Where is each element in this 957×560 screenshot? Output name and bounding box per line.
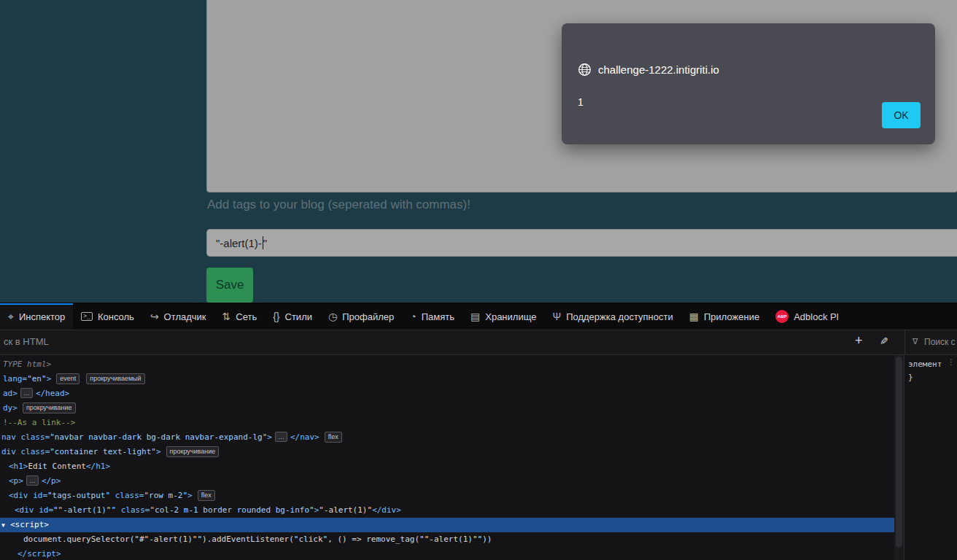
attr-token: class xyxy=(121,505,145,515)
text-token: Edit Content xyxy=(28,462,86,471)
markup-row[interactable]: ▼<script> xyxy=(0,518,894,532)
ellipsis-badge[interactable]: … xyxy=(275,432,287,442)
val-token: "tags-output" xyxy=(47,491,110,500)
scrollable-badge[interactable]: прокручиваемый xyxy=(86,373,144,384)
tab-label: Сеть xyxy=(236,311,257,322)
toolbar-divider xyxy=(904,330,905,354)
tab-network[interactable]: ⇅Сеть xyxy=(214,303,266,330)
markup-row[interactable]: <h1>Edit Content</h1> xyxy=(0,459,894,474)
save-button[interactable]: Save xyxy=(206,268,253,303)
tab-label: Стили xyxy=(285,311,312,322)
memory-icon: ◔ xyxy=(410,311,416,322)
tags-input[interactable]: "-alert(1)-" xyxy=(206,229,957,257)
markup-row[interactable]: TYPE html> xyxy=(0,357,894,372)
tab-console[interactable]: >_Консоль xyxy=(73,303,142,330)
tag-token: > xyxy=(156,447,161,456)
scrollbar-thumb[interactable] xyxy=(896,357,902,548)
storage-icon: ▤ xyxy=(470,311,480,322)
tab-label: Отладчик xyxy=(164,311,206,322)
tab-label: Профайлер xyxy=(342,311,394,322)
expand-arrow-icon[interactable]: ▼ xyxy=(1,518,10,533)
dialog-message: 1 xyxy=(578,96,584,108)
tag-token: </script> xyxy=(18,549,61,559)
text-token: "-alert(1)" xyxy=(319,505,372,515)
tag-token: nav xyxy=(1,432,21,442)
tab-adblock[interactable]: ABPAdblock Pl xyxy=(767,303,846,330)
rules-panel: элемент ⋮ } xyxy=(904,355,957,560)
ellipsis-badge[interactable]: … xyxy=(26,475,39,486)
ok-button[interactable]: OK xyxy=(882,102,921,128)
tab-application[interactable]: ▦Приложение xyxy=(681,303,767,330)
tab-accessibility[interactable]: ΨПоддержка доступности xyxy=(544,303,681,330)
markup-row[interactable]: </script> xyxy=(0,547,894,560)
event-badge[interactable]: event xyxy=(56,373,80,384)
tab-label: Память xyxy=(422,311,454,322)
tab-styles[interactable]: {}Стили xyxy=(265,303,320,330)
tab-label: Приложение xyxy=(704,311,759,322)
flex-badge[interactable]: flex xyxy=(325,432,342,443)
filter-icon: ∇ xyxy=(913,337,918,346)
tab-storage[interactable]: ▤Хранилище xyxy=(462,303,544,330)
ellipsis-badge[interactable]: … xyxy=(20,388,33,398)
add-node-icon[interactable]: + xyxy=(855,333,863,349)
tag-token: > xyxy=(187,491,193,500)
eyedropper-icon[interactable]: ✎ xyxy=(880,335,888,347)
tag-token: <script> xyxy=(10,520,49,529)
profiler-icon: ◷ xyxy=(328,311,337,322)
scroll-badge[interactable]: прокручивание xyxy=(166,446,220,457)
tag-token: </div> xyxy=(372,505,401,515)
markup-row[interactable]: div class="container text-light">прокруч… xyxy=(0,445,894,459)
network-icon: ⇅ xyxy=(222,311,231,322)
attr-token: lang xyxy=(3,374,23,384)
tags-label: Add tags to your blog (seperated with co… xyxy=(207,198,470,212)
inspector-icon: ⌖ xyxy=(8,311,14,323)
p-token: = xyxy=(42,491,47,500)
markup-row[interactable]: <div id="tags-output" class="row m-2">fl… xyxy=(0,489,894,503)
markup-row[interactable]: !--As a link--> xyxy=(0,416,894,430)
comment-token: !--As a link--> xyxy=(3,418,75,427)
tags-input-value-tail: " xyxy=(263,237,267,249)
debugger-icon: ↪ xyxy=(150,311,159,322)
markup-row[interactable]: <div id=""-alert(1)"" class="col-2 m-1 b… xyxy=(0,503,894,518)
tag-token: </nav> xyxy=(290,432,319,442)
application-icon: ▦ xyxy=(689,311,699,322)
markup-row[interactable]: document.querySelector("#"-alert(1)"").a… xyxy=(0,532,894,547)
accessibility-icon: Ψ xyxy=(552,311,561,322)
tab-label: Хранилище xyxy=(485,311,536,322)
devtools-panel: ⌖Инспектор>_Консоль↪Отладчик⇅Сеть{}Стили… xyxy=(0,303,957,560)
tab-debugger[interactable]: ↪Отладчик xyxy=(142,303,214,330)
html-search-input[interactable]: ск в HTML xyxy=(4,336,49,347)
tab-memory[interactable]: ◔Память xyxy=(402,303,462,330)
tag-token: > xyxy=(267,432,272,442)
markup-row[interactable]: dy>прокручивание xyxy=(0,401,894,416)
scroll-badge[interactable]: прокручивание xyxy=(23,402,76,413)
tab-label: Консоль xyxy=(98,311,134,322)
styles-icon: {} xyxy=(273,311,279,322)
tag-token: div xyxy=(1,447,21,456)
val-token: "container text-light" xyxy=(50,447,156,456)
markup-row[interactable]: nav class="navbar navbar-dark bg-dark na… xyxy=(0,430,894,445)
tab-inspector[interactable]: ⌖Инспектор xyxy=(0,303,73,330)
more-dots-icon[interactable]: ⋮ xyxy=(948,358,955,366)
val-token: "navbar navbar-dark bg-dark navbar-expan… xyxy=(50,432,267,442)
attr-token: class xyxy=(115,491,139,500)
inspector-toolbar: ск в HTML + ✎ ∇ Поиск с xyxy=(0,330,957,355)
scrollbar[interactable] xyxy=(894,355,904,560)
tab-profiler[interactable]: ◷Профайлер xyxy=(320,303,402,330)
rule-brace: } xyxy=(908,371,957,384)
plain-token xyxy=(110,491,115,500)
flex-badge[interactable]: flex xyxy=(198,490,215,501)
alert-dialog: challenge-1222.intigriti.io 1 OK xyxy=(562,23,935,144)
globe-icon xyxy=(578,63,592,77)
styles-search-input[interactable]: Поиск с xyxy=(924,337,956,347)
val-token: ""-alert(1)"" xyxy=(53,505,116,515)
markup-row[interactable]: ad>…</head> xyxy=(0,386,894,401)
val-token: "en" xyxy=(27,374,47,384)
tag-token: </head> xyxy=(36,389,69,398)
screen: Add tags to your blog (seperated with co… xyxy=(0,0,957,560)
markup-row[interactable]: <p>…</p> xyxy=(0,474,894,489)
tag-token: <h1> xyxy=(9,462,28,471)
attr-token: id xyxy=(39,505,48,515)
markup-row[interactable]: lang="en">eventпрокручиваемый xyxy=(0,372,894,386)
console-icon: >_ xyxy=(81,312,93,321)
